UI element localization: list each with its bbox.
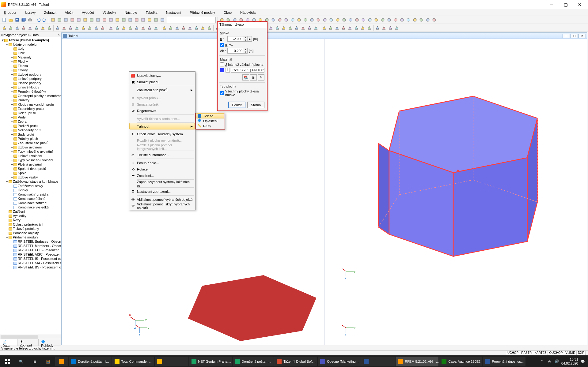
tree-item-5[interactable]: +Otvory <box>1 68 60 72</box>
taskbar-clock[interactable]: 10:31 04.02.2020 <box>561 358 578 365</box>
tb1b-btn-26[interactable] <box>386 17 392 23</box>
dh-input[interactable] <box>228 48 244 53</box>
cancel-button[interactable]: Storno <box>247 102 264 108</box>
tb2-btn-25[interactable] <box>168 25 174 31</box>
nav-tab-view[interactable]: 👁 Zobrazit <box>17 339 39 346</box>
tb2-btn-42[interactable] <box>281 25 287 31</box>
tb1-btn-3[interactable] <box>69 17 75 23</box>
tb2-btn-18[interactable] <box>121 25 127 31</box>
tree-item-8[interactable]: +Plošné podpory <box>1 81 60 85</box>
tb1-btn-13[interactable] <box>134 17 140 23</box>
menu-file[interactable]: Soubor <box>2 10 20 15</box>
menu-table[interactable]: Tabulka <box>142 10 161 15</box>
ctx-cg-info[interactable]: ⚖Těžiště a informace... <box>130 152 195 158</box>
tb2-btn-41[interactable] <box>274 25 280 31</box>
tree-item-2[interactable]: +Materiály <box>1 55 60 59</box>
ctx-delete-surface[interactable]: 🞮Smazat plochu <box>130 79 195 85</box>
tree-item-16[interactable]: +Pruty <box>1 115 60 119</box>
tree-module-0[interactable]: RF-STEEL Surfaces - Obecná analýza <box>1 239 60 244</box>
tb-redo-icon[interactable] <box>42 17 48 23</box>
h-spin-up-icon[interactable]: ▲ <box>244 36 247 39</box>
step-checkbox[interactable]: Krok <box>220 43 264 47</box>
dh-spinner[interactable]: ▲▼ <box>227 48 248 54</box>
tree-item-9[interactable]: +Liniové klouby <box>1 85 60 89</box>
start-button[interactable] <box>1 357 14 366</box>
tb2-btn-57[interactable] <box>381 25 387 31</box>
tb2-btn-17[interactable] <box>114 25 120 31</box>
tb2-btn-24[interactable] <box>161 25 167 31</box>
tb1-btn-10[interactable] <box>114 17 120 23</box>
tb2-btn-8[interactable] <box>55 25 61 31</box>
tb2-btn-15[interactable] <box>100 25 106 31</box>
tree-module-1[interactable]: RF-STEEL Members - Obecná analýza <box>1 244 60 248</box>
tb2-btn-26[interactable] <box>174 25 180 31</box>
minimize-button[interactable]: ─ <box>544 0 559 9</box>
tb1b-btn-27[interactable] <box>393 17 399 23</box>
tb1-btn-12[interactable] <box>127 17 133 23</box>
tb2-btn-0[interactable] <box>1 25 7 31</box>
material-combo[interactable]: Ocel S 235 | EN 10025-2:200▼ <box>231 68 264 73</box>
diff-material-checkbox[interactable]: Jiná než základní plocha <box>220 62 264 66</box>
tb2-btn-59[interactable] <box>394 25 400 31</box>
tree-module-2[interactable]: RF-STEEL EC3 - Posouzení ocelových <box>1 248 60 252</box>
tree-bottom-2[interactable]: Řezy <box>1 218 60 222</box>
ctx-edit-surfaces[interactable]: 🟥Upravit plochy... <box>130 72 195 79</box>
tb2-btn-19[interactable] <box>127 25 133 31</box>
tree-load-4[interactable]: Kombinace zatížení <box>1 201 60 205</box>
tb1b-btn-23[interactable] <box>367 17 373 23</box>
tb2-btn-12[interactable] <box>80 25 86 31</box>
navigator-tree[interactable]: ▾Tažení [Dlubal Examples] ▾Údaje o model… <box>0 37 61 334</box>
all-null-checkbox[interactable]: Všechny plochy tělesa nulové <box>220 89 264 97</box>
tb1b-btn-8[interactable] <box>270 17 276 23</box>
tree-item-11[interactable]: +Ortotropní plochy a membrány <box>1 94 60 98</box>
tree-item-0[interactable]: +Uzly <box>1 47 60 51</box>
tree-loads-root[interactable]: ▾Zatěžovací stavy a kombinace <box>1 179 60 184</box>
close-button[interactable]: ✕ <box>573 0 587 9</box>
tree-module-4[interactable]: RF-STEEL IS - Posouzení ocelových <box>1 257 60 261</box>
tb1b-btn-17[interactable] <box>328 17 334 23</box>
tree-bottom-6[interactable]: +Přídavné moduly <box>1 235 60 239</box>
nav-tab-data[interactable]: 📄 Data <box>0 339 17 346</box>
tb2-btn-28[interactable] <box>187 25 193 31</box>
ctx-rotate[interactable]: ⟲Rotace... <box>130 166 195 172</box>
navigator-close-icon[interactable]: × <box>58 33 60 37</box>
tb2-btn-14[interactable] <box>93 25 99 31</box>
tb2-btn-48[interactable] <box>321 25 327 31</box>
menu-results[interactable]: Výsledky <box>99 10 120 15</box>
tb1b-btn-32[interactable] <box>425 17 431 23</box>
status-box-uchop[interactable]: UCHOP <box>506 351 520 355</box>
tb-print-icon[interactable] <box>27 17 33 23</box>
tb1b-btn-18[interactable] <box>335 17 341 23</box>
tree-item-19[interactable]: +Nelinearity prutu <box>1 128 60 132</box>
tb-loadcase-combo[interactable] <box>167 17 216 23</box>
tree-item-20[interactable]: +Sady prutů <box>1 132 60 137</box>
tb-undo-icon[interactable] <box>35 17 41 23</box>
tb1b-btn-22[interactable] <box>360 17 366 23</box>
taskbar-app-1[interactable]: Total Commander ... <box>112 357 154 366</box>
h-input[interactable] <box>228 36 244 41</box>
material-edit-button[interactable]: ✎ <box>258 74 264 81</box>
tree-item-25[interactable]: +Liniová uvolnění <box>1 154 60 158</box>
tree-item-23[interactable]: +Uzlová uvolnění <box>1 145 60 149</box>
tb1-btn-9[interactable] <box>108 17 114 23</box>
status-box-dxf[interactable]: DXF <box>576 351 585 355</box>
tb2-btn-23[interactable] <box>153 25 159 31</box>
tb1b-btn-16[interactable] <box>322 17 328 23</box>
tray-net-icon[interactable]: 🖧 <box>548 359 552 364</box>
taskbar-app-0[interactable]: Doručená pošta – i... <box>69 357 112 366</box>
apply-button[interactable]: Použít <box>228 102 245 108</box>
menu-edit[interactable]: Úpravy <box>21 10 39 15</box>
tb-save-icon[interactable] <box>14 17 20 23</box>
maximize-button[interactable]: ▢ <box>559 0 573 9</box>
tb2-btn-27[interactable] <box>180 25 187 31</box>
tree-item-14[interactable]: +Excentricity prutu <box>1 107 60 111</box>
tb1b-btn-25[interactable] <box>380 17 386 23</box>
tb1-btn-4[interactable] <box>76 17 82 23</box>
tb2-btn-11[interactable] <box>74 25 80 31</box>
taskview-button[interactable]: ⊞ <box>28 357 41 366</box>
tb2-btn-46[interactable] <box>306 25 313 31</box>
tb1b-btn-28[interactable] <box>399 17 405 23</box>
tree-bottom-1[interactable]: Výsledky <box>1 214 60 218</box>
tree-item-24[interactable]: +Typy liniového uvolnění <box>1 149 60 154</box>
tree-module-5[interactable]: RF-STEEL SIA - Posouzení ocelových <box>1 261 60 265</box>
